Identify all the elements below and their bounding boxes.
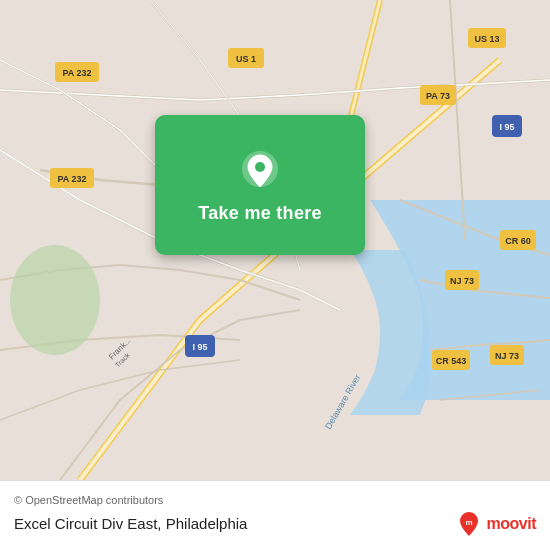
- svg-text:NJ 73: NJ 73: [495, 351, 519, 361]
- moovit-brand-name: moovit: [487, 515, 536, 533]
- svg-text:PA 73: PA 73: [426, 91, 450, 101]
- svg-text:US 13: US 13: [474, 34, 499, 44]
- svg-text:CR 543: CR 543: [436, 356, 467, 366]
- svg-point-30: [255, 162, 265, 172]
- svg-text:US 1: US 1: [236, 54, 256, 64]
- location-pin-icon: [236, 147, 284, 195]
- svg-text:I 95: I 95: [499, 122, 514, 132]
- svg-point-1: [10, 245, 100, 355]
- moovit-logo: m moovit: [455, 510, 536, 538]
- svg-text:NJ 73: NJ 73: [450, 276, 474, 286]
- map-container: PA 232 PA 232 US 1 US 13 PA 73 I 95 I 95…: [0, 0, 550, 480]
- svg-text:I 95: I 95: [192, 342, 207, 352]
- location-card[interactable]: Take me there: [155, 115, 365, 255]
- moovit-brand-icon: m: [455, 510, 483, 538]
- bottom-row: Excel Circuit Div East, Philadelphia m m…: [14, 510, 536, 538]
- svg-text:CR 60: CR 60: [505, 236, 531, 246]
- location-name: Excel Circuit Div East, Philadelphia: [14, 515, 247, 532]
- svg-text:PA 232: PA 232: [57, 174, 86, 184]
- take-me-there-button[interactable]: Take me there: [198, 203, 322, 224]
- svg-text:PA 232: PA 232: [62, 68, 91, 78]
- attribution: © OpenStreetMap contributors: [14, 494, 536, 506]
- bottom-bar: © OpenStreetMap contributors Excel Circu…: [0, 480, 550, 550]
- svg-text:m: m: [465, 518, 472, 527]
